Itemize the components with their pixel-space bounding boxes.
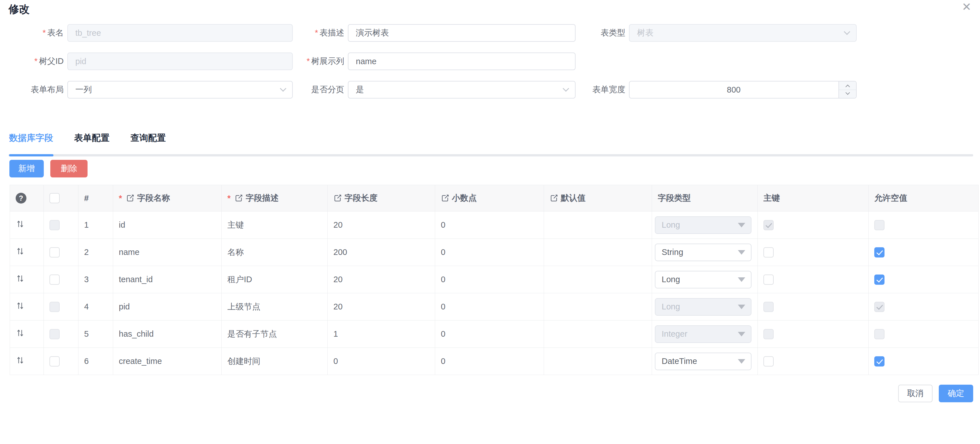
chevron-down-icon — [280, 85, 286, 92]
default-value-cell[interactable] — [544, 239, 652, 266]
decrement-button[interactable] — [839, 90, 856, 98]
allow-null-checkbox[interactable] — [874, 247, 885, 257]
sort-handle-icon[interactable] — [16, 274, 25, 283]
delete-button[interactable]: 删除 — [50, 160, 88, 178]
header-primary-key: 主键 — [758, 185, 869, 211]
table-desc-input[interactable] — [348, 24, 576, 42]
tree-parent-input[interactable] — [67, 52, 293, 70]
primary-key-checkbox[interactable] — [764, 220, 774, 230]
field-name-cell[interactable]: tenant_id — [113, 266, 222, 293]
form-layout-select[interactable]: 一列 — [67, 81, 293, 98]
table-type-select[interactable]: 树表 — [629, 24, 857, 42]
allow-null-checkbox[interactable] — [874, 356, 885, 366]
row-select-checkbox[interactable] — [49, 329, 60, 339]
header-decimal: 小数点 — [435, 185, 544, 211]
field-type-select[interactable]: Integer — [655, 325, 751, 343]
close-icon[interactable]: ✕ — [962, 1, 972, 13]
drag-handle-cell — [10, 320, 44, 348]
fields-table: ? # *字段名称 *字段描述 字段长度 小数点 默认值 字段类型 主键 允许空… — [10, 185, 978, 375]
field-name-cell[interactable]: name — [113, 239, 222, 266]
drag-handle-cell — [10, 211, 44, 239]
row-index: 6 — [78, 348, 113, 375]
field-desc-cell[interactable]: 是否有子节点 — [222, 320, 328, 348]
default-value-cell[interactable] — [544, 266, 652, 293]
allow-null-checkbox[interactable] — [874, 329, 885, 339]
edit-icon — [550, 194, 558, 202]
primary-key-cell — [758, 293, 869, 320]
form-item-table-desc: *表描述 — [296, 24, 576, 42]
form-width-input[interactable] — [629, 81, 857, 98]
field-desc-cell[interactable]: 上级节点 — [222, 293, 328, 320]
field-name-cell[interactable]: create_time — [113, 348, 222, 375]
primary-key-checkbox[interactable] — [764, 247, 774, 257]
primary-key-checkbox[interactable] — [764, 302, 774, 312]
decimal-cell[interactable]: 0 — [435, 320, 544, 348]
decimal-cell[interactable]: 0 — [435, 266, 544, 293]
select-all-checkbox[interactable] — [49, 193, 60, 203]
row-select-checkbox[interactable] — [49, 302, 60, 312]
field-length-cell[interactable]: 20 — [328, 293, 435, 320]
field-desc-cell[interactable]: 主键 — [222, 211, 328, 239]
sort-handle-icon[interactable] — [16, 328, 25, 338]
pagination-label: 是否分页 — [296, 84, 348, 95]
row-select-checkbox[interactable] — [49, 220, 60, 230]
allow-null-checkbox[interactable] — [874, 302, 885, 312]
field-length-cell[interactable]: 1 — [328, 320, 435, 348]
field-name-cell[interactable]: has_child — [113, 320, 222, 348]
allow-null-checkbox[interactable] — [874, 274, 885, 285]
header-index: # — [78, 185, 113, 211]
header-help-cell: ? — [10, 185, 44, 211]
default-value-cell[interactable] — [544, 320, 652, 348]
drag-handle-cell — [10, 266, 44, 293]
row-select-checkbox[interactable] — [49, 356, 60, 366]
sort-handle-icon[interactable] — [16, 247, 25, 256]
primary-key-checkbox[interactable] — [764, 356, 774, 366]
row-select-checkbox[interactable] — [49, 274, 60, 285]
tree-display-input[interactable] — [348, 52, 576, 70]
default-value-cell[interactable] — [544, 293, 652, 320]
decimal-cell[interactable]: 0 — [435, 293, 544, 320]
table-header-row: ? # *字段名称 *字段描述 字段长度 小数点 默认值 字段类型 主键 允许空… — [10, 185, 978, 211]
add-button[interactable]: 新增 — [10, 160, 44, 178]
tab-form-config[interactable]: 表单配置 — [74, 132, 110, 144]
form-item-table-name: *表名 — [16, 24, 293, 42]
decimal-cell[interactable]: 0 — [435, 348, 544, 375]
field-desc-cell[interactable]: 名称 — [222, 239, 328, 266]
increment-button[interactable] — [839, 81, 856, 90]
edit-icon — [234, 194, 243, 202]
field-name-cell[interactable]: id — [113, 211, 222, 239]
field-desc-cell[interactable]: 创建时间 — [222, 348, 328, 375]
default-value-cell[interactable] — [544, 211, 652, 239]
field-name-cell[interactable]: pid — [113, 293, 222, 320]
primary-key-checkbox[interactable] — [764, 329, 774, 339]
tab-query-config[interactable]: 查询配置 — [130, 132, 166, 144]
field-type-select[interactable]: String — [655, 244, 751, 261]
field-length-cell[interactable]: 20 — [328, 211, 435, 239]
primary-key-checkbox[interactable] — [764, 274, 774, 285]
cancel-button[interactable]: 取消 — [898, 385, 932, 402]
field-type-select[interactable]: Long — [655, 271, 751, 289]
sort-handle-icon[interactable] — [16, 301, 25, 310]
decimal-cell[interactable]: 0 — [435, 211, 544, 239]
help-icon[interactable]: ? — [16, 193, 26, 203]
pagination-select[interactable]: 是 — [348, 81, 576, 98]
field-length-cell[interactable]: 20 — [328, 266, 435, 293]
row-select-checkbox[interactable] — [49, 247, 60, 257]
edit-icon — [126, 194, 134, 202]
confirm-button[interactable]: 确定 — [939, 385, 973, 402]
allow-null-cell — [869, 348, 978, 375]
field-length-cell[interactable]: 200 — [328, 239, 435, 266]
sort-handle-icon[interactable] — [16, 219, 25, 228]
table-name-input[interactable] — [67, 24, 293, 42]
allow-null-checkbox[interactable] — [874, 220, 885, 230]
field-type-select[interactable]: DateTime — [655, 353, 751, 370]
sort-handle-icon[interactable] — [16, 356, 25, 365]
field-type-select[interactable]: Long — [655, 216, 751, 234]
default-value-cell[interactable] — [544, 348, 652, 375]
field-length-cell[interactable]: 0 — [328, 348, 435, 375]
tab-database-fields[interactable]: 数据库字段 — [9, 132, 53, 144]
decimal-cell[interactable]: 0 — [435, 239, 544, 266]
field-desc-cell[interactable]: 租户ID — [222, 266, 328, 293]
table-row: 4 pid 上级节点 20 0 Long — [10, 293, 978, 320]
field-type-select[interactable]: Long — [655, 298, 751, 316]
